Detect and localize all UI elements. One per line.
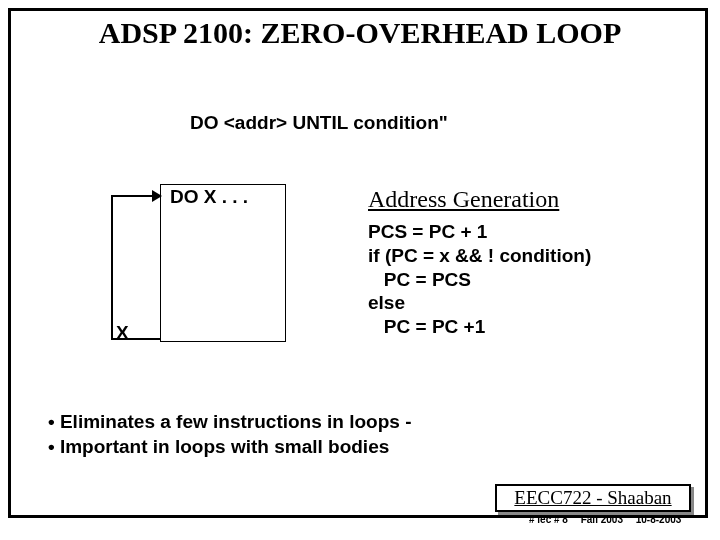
- subfooter-date: 10-8-2003: [636, 514, 682, 525]
- loop-x-label: X: [116, 322, 129, 344]
- loop-arrow-segment: [111, 338, 160, 340]
- loop-arrow-segment: [111, 195, 113, 338]
- footer-box: EECC722 - Shaaban: [495, 484, 691, 512]
- subfooter-lecture: # lec # 8: [529, 514, 568, 525]
- subfooter: # lec # 8 Fall 2003 10-8-2003: [529, 514, 691, 525]
- bullet-item: • Important in loops with small bodies: [48, 435, 412, 460]
- address-generation-heading: Address Generation: [368, 186, 559, 213]
- bullet-list: • Eliminates a few instructions in loops…: [48, 410, 412, 459]
- subfooter-term: Fall 2003: [581, 514, 623, 525]
- syntax-line: DO <addr> UNTIL condition": [190, 112, 448, 134]
- slide-title: ADSP 2100: ZERO-OVERHEAD LOOP: [0, 16, 720, 50]
- bullet-item: • Eliminates a few instructions in loops…: [48, 410, 412, 435]
- footer-text: EECC722 - Shaaban: [514, 487, 671, 508]
- loop-arrow-head: [152, 190, 162, 202]
- pseudo-code: PCS = PC + 1 if (PC = x && ! condition) …: [368, 220, 591, 339]
- loop-box-text: DO X . . .: [170, 186, 248, 208]
